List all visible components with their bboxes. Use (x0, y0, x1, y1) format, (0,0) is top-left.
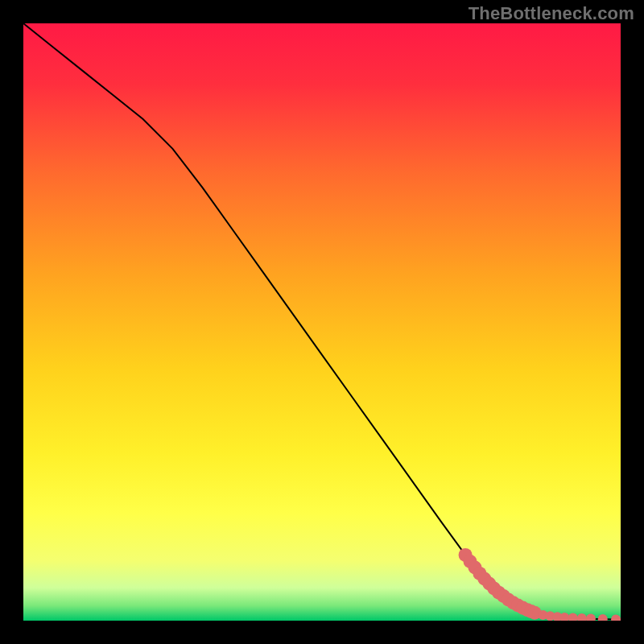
watermark-text: TheBottleneck.com (469, 3, 634, 24)
bottleneck-chart (23, 23, 621, 621)
chart-frame: TheBottleneck.com (0, 0, 644, 644)
gradient-background (23, 23, 621, 621)
plot-area (23, 23, 621, 621)
